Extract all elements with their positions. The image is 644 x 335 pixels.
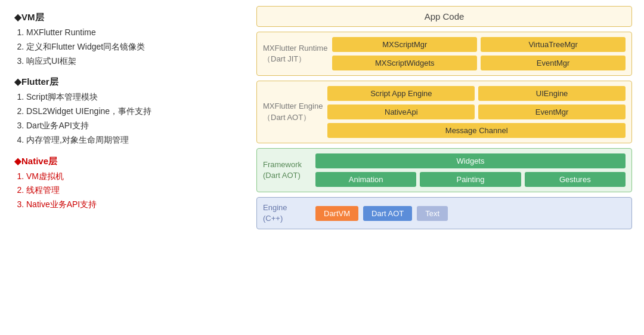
app-code-label: App Code: [425, 11, 465, 21]
flutter-section-title: ◆Flutter层: [14, 76, 236, 88]
script-app-engine-btn: Script App Engine: [327, 86, 475, 101]
vm-section-title: ◆VM层: [14, 12, 236, 23]
runtime-grid: MXScriptMgr VirtuaTreeMgr MXScriptWidget…: [332, 37, 626, 70]
engine-cpp-label: Engine (C++): [263, 202, 311, 224]
list-item: 线程管理: [26, 183, 236, 198]
text-btn: Text: [417, 206, 448, 221]
native-section-list: VM虚拟机 线程管理 Native业务API支持: [26, 170, 236, 212]
list-item: 响应式UI框架: [26, 54, 236, 69]
engine-cpp-box: Engine (C++) DartVM Dart AOT Text: [256, 197, 632, 229]
dart-aot-btn: Dart AOT: [363, 206, 412, 221]
list-item: 定义和Flutter Widget同名镜像类: [26, 40, 236, 54]
left-panel: ◆VM层 MXFlutter Runtime 定义和Flutter Widget…: [0, 0, 250, 335]
nativeapi-btn: NativeApi: [327, 105, 475, 119]
message-channel-btn: Message Channel: [327, 123, 626, 138]
mxscriptmgr-btn: MXScriptMgr: [332, 37, 477, 52]
flutter-section-list: Script脚本管理模块 DSL2Widget UIEngine，事件支持 Da…: [26, 90, 236, 147]
list-item: MXFlutter Runtime: [26, 26, 236, 40]
app-code-box: App Code: [256, 6, 632, 27]
widgets-bar: Widgets: [315, 153, 626, 168]
list-item: VM虚拟机: [26, 170, 236, 184]
framework-box: Framework (Dart AOT) Widgets Animation P…: [256, 148, 632, 192]
native-section-title: ◆Native层: [14, 156, 236, 167]
virtuatreemgr-btn: VirtuaTreeMgr: [481, 37, 626, 52]
engine-top-row: Script App Engine UIEngine NativeApi Eve…: [327, 86, 626, 119]
runtime-label: MXFlutter Runtime （Dart JIT）: [263, 43, 327, 64]
engine-label: MXFlutter Engine （Dart AOT）: [263, 101, 323, 122]
framework-bottom-row: Animation Painting Gestures: [315, 172, 626, 187]
animation-btn: Animation: [315, 172, 416, 187]
vm-section-list: MXFlutter Runtime 定义和Flutter Widget同名镜像类…: [26, 26, 236, 68]
right-panel: App Code MXFlutter Runtime （Dart JIT） MX…: [250, 0, 644, 335]
engine-box: MXFlutter Engine （Dart AOT） Script App E…: [256, 81, 632, 143]
list-item: Script脚本管理模块: [26, 90, 236, 105]
mxscriptwidgets-btn: MXScriptWidgets: [332, 56, 477, 70]
list-item: Native业务API支持: [26, 198, 236, 212]
painting-btn: Painting: [420, 172, 521, 187]
runtime-box: MXFlutter Runtime （Dart JIT） MXScriptMgr…: [256, 32, 632, 76]
engine-right: Script App Engine UIEngine NativeApi Eve…: [327, 86, 626, 138]
framework-right: Widgets Animation Painting Gestures: [315, 153, 626, 187]
list-item: DSL2Widget UIEngine，事件支持: [26, 105, 236, 119]
eventmgr-runtime-btn: EventMgr: [481, 56, 626, 70]
gestures-btn: Gestures: [525, 172, 626, 187]
list-item: Dart业务API支持: [26, 119, 236, 133]
framework-label: Framework (Dart AOT): [263, 159, 311, 181]
list-item: 内存管理,对象生命周期管理: [26, 133, 236, 147]
uiengine-btn: UIEngine: [478, 86, 626, 101]
dartvm-btn: DartVM: [315, 206, 358, 221]
engine-cpp-row: DartVM Dart AOT Text: [315, 206, 626, 221]
eventmgr-engine-btn: EventMgr: [478, 105, 626, 119]
